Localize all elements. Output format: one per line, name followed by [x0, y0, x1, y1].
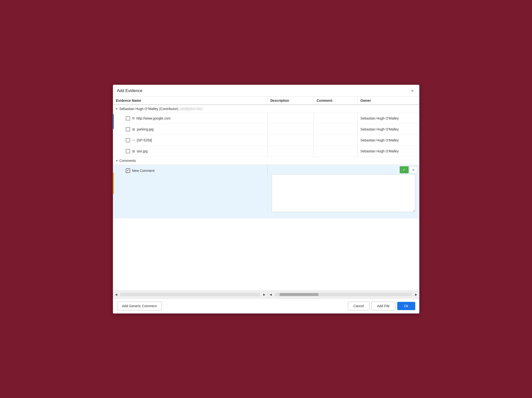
cell-desc-4 [268, 146, 314, 157]
scrollbar-row: ◀ ▶ ◀ ▶ [113, 291, 419, 298]
link-icon-1: ⧉ [132, 116, 135, 120]
comment-confirm-button[interactable]: ✓ [400, 166, 409, 173]
add-generic-comment-button[interactable]: Add Generic Comment [117, 302, 162, 310]
cell-comment-4 [314, 146, 358, 157]
comment-editor-container: ✓ × [268, 165, 419, 213]
checkbox-4[interactable] [126, 149, 130, 153]
add-evidence-dialog: Add Evidence × Evidence Name Description… [113, 85, 419, 314]
comment-cancel-button[interactable]: × [410, 166, 417, 173]
image-icon-4: ▦ [132, 149, 135, 153]
col-owner: Owner [358, 97, 419, 104]
ok-button[interactable]: Ok [397, 302, 415, 310]
comments-label: Comments [119, 159, 136, 163]
evidence-row-2: ▦ parking.jpg Sebastian Hugh O'Malley [113, 124, 419, 135]
cell-desc-3 [268, 135, 314, 146]
cancel-button[interactable]: Cancel [348, 302, 370, 310]
contributor-group-row: ▾ Sebastian Hugh O"Malley (Contributor) … [113, 105, 419, 113]
table-area: Evidence Name Description Comment Owner … [113, 97, 419, 298]
comment-textarea[interactable] [272, 174, 415, 212]
evidence-name-2: parking.jpg [137, 127, 154, 131]
col-evidence-name: Evidence Name [113, 97, 268, 104]
col-description: Description [268, 97, 314, 104]
cell-comment-1 [314, 113, 358, 124]
cell-new-comment-name: New Comment [113, 165, 268, 176]
checkbox-2[interactable] [126, 127, 130, 131]
cell-name-4: ▦ taxi.jpg [113, 146, 268, 157]
cell-name-3: ▭ [SP-5259] [113, 135, 268, 146]
cell-desc-2 [268, 124, 314, 135]
cell-comment-2 [314, 124, 358, 135]
evidence-name-3: [SP-5259] [137, 138, 152, 142]
cell-name-1: ⧉ http://www.google.com [113, 113, 268, 124]
scroll-left-button[interactable]: ◀ [113, 292, 119, 297]
evidence-name-4: taxi.jpg [137, 149, 148, 153]
dialog-footer: Add Generic Comment Cancel Add File Ok [113, 298, 419, 313]
comment-editor-toolbar: ✓ × [270, 166, 417, 173]
dialog-header: Add Evidence × [113, 85, 419, 97]
scroll-right-button-right-panel[interactable]: ▶ [413, 292, 419, 297]
contributor-chevron[interactable]: ▾ [116, 107, 117, 111]
image-icon-2: ▦ [132, 127, 135, 131]
cell-owner-1: Sebastian Hugh O'Malley [358, 113, 419, 124]
cell-desc-1 [268, 113, 314, 124]
evidence-name-1: http://www.google.com [136, 116, 171, 120]
evidence-row-1: ⧉ http://www.google.com Sebastian Hugh O… [113, 113, 419, 124]
scroll-right-panel: ◀ ▶ [268, 291, 419, 298]
contributor-label: Sebastian Hugh O"Malley (Contributor) [119, 107, 178, 111]
new-comment-row: New Comment ✓ × [113, 165, 419, 218]
dialog-title: Add Evidence [117, 88, 143, 93]
new-comment-label: New Comment [132, 169, 155, 173]
contributor-email: part@place-item [180, 107, 203, 111]
folder-icon-3: ▭ [132, 138, 135, 142]
comments-group-row: ▾ Comments [113, 157, 419, 165]
add-file-button[interactable]: Add File [371, 302, 395, 310]
close-button[interactable]: × [410, 88, 415, 94]
scroll-right-button-left-panel[interactable]: ▶ [261, 292, 267, 297]
blue-accent-border [113, 114, 114, 129]
yellow-accent-border [113, 173, 114, 194]
table-header: Evidence Name Description Comment Owner [113, 97, 419, 105]
scroll-left-button-right-panel[interactable]: ◀ [268, 292, 274, 297]
cell-owner-3: Sebastian Hugh O'Malley [358, 135, 419, 146]
table-body: ▾ Sebastian Hugh O"Malley (Contributor) … [113, 105, 419, 291]
col-comment: Comment [314, 97, 358, 104]
scroll-left-panel: ◀ ▶ [113, 291, 268, 298]
evidence-row-4: ▦ taxi.jpg Sebastian Hugh O'Malley [113, 146, 419, 157]
cell-comment-3 [314, 135, 358, 146]
checkbox-1[interactable] [126, 116, 130, 120]
checkbox-3[interactable] [126, 138, 130, 142]
cell-owner-2: Sebastian Hugh O'Malley [358, 124, 419, 135]
comments-chevron[interactable]: ▾ [116, 159, 117, 162]
checkbox-new-comment[interactable] [126, 168, 130, 173]
cell-owner-4: Sebastian Hugh O'Malley [358, 146, 419, 157]
cell-name-2: ▦ parking.jpg [113, 124, 268, 135]
evidence-row-3: ▭ [SP-5259] Sebastian Hugh O'Malley [113, 135, 419, 146]
